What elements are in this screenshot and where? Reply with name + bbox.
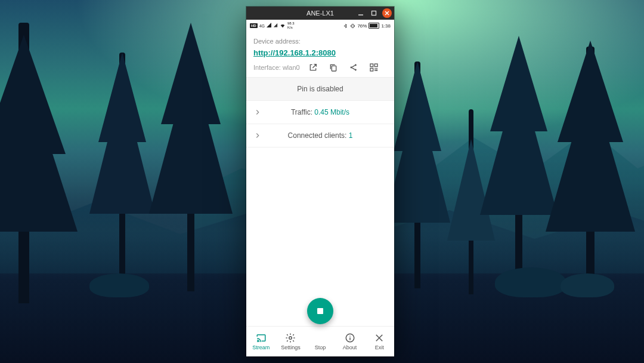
svg-point-14 — [289, 337, 292, 340]
svg-rect-1 — [352, 24, 354, 27]
stop-icon — [317, 308, 323, 314]
window-scrcpy: ANE-LX1 HD 4G 98.3K/s — [246, 7, 394, 356]
nav-about[interactable]: About — [335, 327, 365, 356]
app-content: Device address: http://192.168.1.2:8080 … — [246, 32, 394, 326]
window-title: ANE-LX1 — [306, 10, 334, 17]
traffic-text: Traffic: 0.45 Mbit/s — [255, 108, 386, 116]
hd-badge-icon: HD — [250, 23, 258, 28]
clock: 1:38 — [381, 23, 391, 29]
pin-status-text: Pin is disabled — [255, 85, 386, 93]
svg-rect-2 — [332, 66, 336, 71]
clients-row[interactable]: Connected clients: 1 — [246, 124, 394, 147]
cast-icon — [256, 333, 267, 343]
pin-status-row[interactable]: Pin is disabled — [246, 78, 394, 101]
svg-point-5 — [355, 69, 357, 71]
nav-stream[interactable]: Stream — [246, 327, 276, 356]
traffic-row[interactable]: Traffic: 0.45 Mbit/s — [246, 101, 394, 124]
device-address-label: Device address: — [253, 38, 387, 45]
share-icon[interactable] — [349, 63, 358, 72]
window-close-button[interactable] — [382, 8, 392, 18]
chevron-right-icon — [253, 108, 262, 116]
svg-point-3 — [350, 67, 352, 69]
svg-rect-6 — [370, 64, 373, 67]
svg-point-4 — [355, 64, 357, 66]
window-titlebar[interactable]: ANE-LX1 — [246, 7, 394, 20]
interface-label: Interface: wlan0 — [253, 64, 300, 71]
copy-icon[interactable] — [329, 63, 338, 72]
svg-rect-11 — [374, 70, 376, 71]
qr-code-icon[interactable] — [369, 63, 379, 72]
info-icon — [345, 333, 355, 343]
svg-rect-8 — [370, 68, 373, 71]
window-minimize-button[interactable] — [356, 8, 366, 18]
vibrate-icon — [350, 23, 355, 29]
svg-rect-0 — [372, 11, 376, 16]
bottom-nav: Stream Settings Stop About Exit — [246, 326, 394, 356]
device-address-link[interactable]: http://192.168.1.2:8080 — [253, 48, 336, 57]
svg-rect-7 — [374, 64, 377, 67]
battery-pct: 76% — [357, 23, 367, 29]
battery-icon — [369, 23, 379, 29]
chevron-right-icon — [253, 131, 262, 140]
signal-icon — [274, 23, 277, 28]
svg-rect-9 — [374, 68, 376, 69]
stop-fab-button[interactable] — [307, 298, 333, 324]
wifi-icon — [280, 23, 286, 29]
svg-point-13 — [257, 341, 258, 342]
gear-icon — [285, 333, 296, 343]
svg-point-16 — [349, 336, 351, 337]
window-maximize-button[interactable] — [369, 8, 379, 18]
svg-rect-12 — [376, 68, 377, 69]
open-external-icon[interactable] — [308, 63, 318, 72]
network-speed: 98.3K/s — [287, 21, 295, 30]
signal-icon — [267, 23, 271, 29]
nav-exit[interactable]: Exit — [364, 327, 394, 356]
device-address-block: Device address: http://192.168.1.2:8080 … — [246, 32, 394, 78]
signal-gen-label: 4G — [259, 24, 265, 28]
phone-statusbar: HD 4G 98.3K/s 76% 1:38 — [246, 20, 394, 32]
bluetooth-icon — [343, 23, 348, 29]
close-icon — [374, 333, 385, 343]
nav-stop[interactable]: Stop — [305, 327, 335, 356]
svg-rect-10 — [376, 70, 377, 71]
nav-settings[interactable]: Settings — [276, 327, 306, 356]
clients-text: Connected clients: 1 — [255, 131, 386, 140]
